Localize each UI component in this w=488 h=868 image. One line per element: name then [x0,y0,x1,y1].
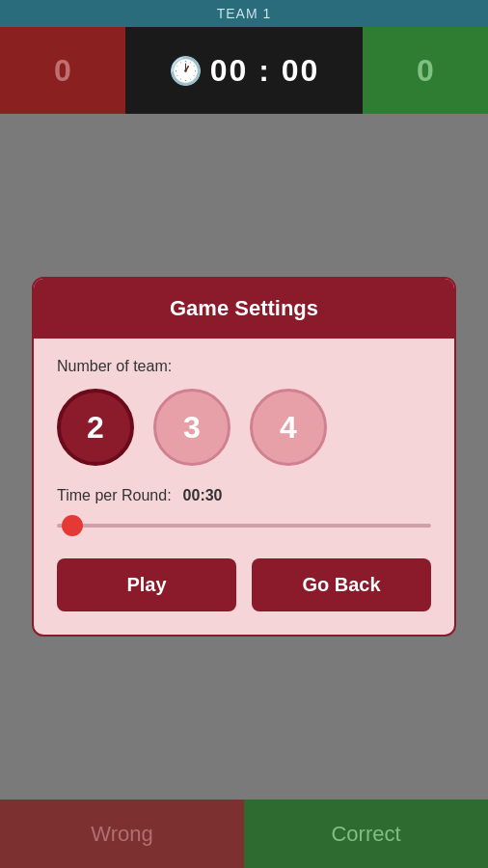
time-value: 00:30 [183,487,223,504]
bottom-bar: Wrong Correct [0,800,488,868]
top-bar: TEAM 1 [0,0,488,27]
slider-container[interactable] [57,514,431,537]
dialog-buttons: Play Go Back [57,558,431,611]
time-row: Time per Round: 00:30 [57,487,431,504]
slider-track [57,524,431,528]
score-row: 0 🕐 00 : 00 0 [0,27,488,114]
dialog-header: Game Settings [34,279,454,339]
dialog-title: Game Settings [53,296,435,321]
timer-center: 🕐 00 : 00 [125,27,363,114]
dialog-body: Number of team: 2 3 4 Time per Round: 00… [34,339,454,635]
correct-label: Correct [331,822,400,847]
team-options: 2 3 4 [57,389,431,466]
go-back-button[interactable]: Go Back [252,558,431,611]
right-score: 0 [417,53,434,89]
game-settings-dialog: Game Settings Number of team: 2 3 4 Time… [32,277,456,637]
slider-thumb[interactable] [62,515,83,536]
team-option-4[interactable]: 4 [250,389,327,466]
wrong-button[interactable]: Wrong [0,800,244,868]
team-label: TEAM 1 [217,6,272,21]
clock-icon: 🕐 [169,55,203,87]
left-score: 0 [54,53,71,89]
team-option-3[interactable]: 3 [153,389,230,466]
correct-button[interactable]: Correct [244,800,488,868]
num-teams-label: Number of team: [57,358,431,375]
time-label: Time per Round: [57,487,172,504]
play-button[interactable]: Play [57,558,236,611]
timer-display: 00 : 00 [210,53,320,89]
middle-area: Game Settings Number of team: 2 3 4 Time… [0,114,488,800]
score-left: 0 [0,27,125,114]
wrong-label: Wrong [91,822,152,847]
team-option-2[interactable]: 2 [57,389,134,466]
score-right: 0 [363,27,488,114]
